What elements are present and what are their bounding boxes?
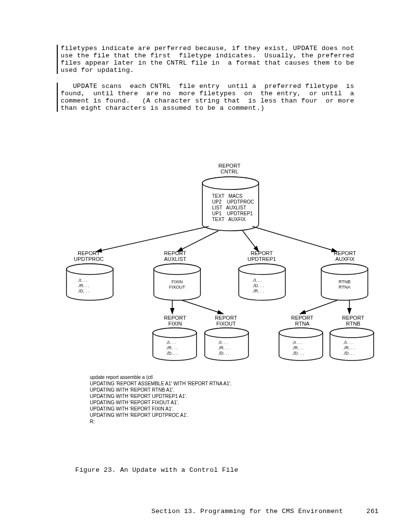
document-page: filetypes indicate are perferred because… [0,0,412,532]
svg-point-7 [66,264,113,275]
label-report-auxfix: REPORT AUXFIX [334,250,356,262]
svg-line-2 [96,226,209,252]
content-fixin: ./I. . . ./R. . . ./D. . . [166,340,178,356]
arrows-root-to-level2 [63,223,374,269]
label-report-rtnb: REPORT RTNB [342,315,364,326]
label-report-auxlist: REPORT AUXLIST [164,250,186,262]
page-number: 261 [366,508,379,515]
svg-line-5 [252,226,337,252]
cntrl-file-content: TEXT MACS UP2 UPDTPROC LIST AUXLIST UP1 … [212,193,254,223]
svg-point-21 [205,328,248,338]
content-updtproc: ./I. . . ./R. . . ./D. . . [78,278,89,294]
svg-point-13 [321,264,368,275]
svg-point-19 [153,328,197,338]
label-report-updtrep1: REPORT UPDTREP1 [247,250,276,262]
svg-line-15 [182,300,223,314]
svg-point-11 [239,264,285,275]
svg-point-25 [330,328,374,338]
svg-point-23 [279,328,323,338]
content-fixout: ./I. . . ./R. . . ./D. . . [218,340,230,356]
label-report-fixout: REPORT FIXOUT [215,315,237,326]
svg-line-3 [177,231,218,252]
content-rtnb: ./I. . . ./R. . . ./D. . . [343,340,355,356]
label-report-rtna: REPORT RTNA [291,315,313,326]
label-report-fixin: REPORT FIXIN [164,315,186,326]
svg-line-4 [243,231,259,252]
paragraph-2: UPDATE scans each CNTRL file entry until… [57,83,354,112]
label-report-updtproc: REPORT UPDTPROC [74,250,104,262]
content-auxfix: RTNB RTNA [337,279,352,290]
content-rtna: ./I. . . ./R. . . ./D. . . [292,340,304,356]
svg-point-9 [154,264,200,275]
svg-line-16 [300,300,337,314]
cylinder-updtproc [66,263,114,302]
section-footer: Section 13. Programming for the CMS Envi… [151,508,343,515]
content-auxlist: FIXIN FIXOUT [167,279,187,290]
paragraph-1: filetypes indicate are perferred because… [57,45,354,74]
content-updtrep1: ./I. . . ./D. . . ./R. . . [252,278,264,294]
figure-caption: Figure 23. An Update with a Control File [75,466,238,474]
label-report-cntrl: REPORT CNTRL [218,163,241,174]
svg-point-1 [202,177,259,189]
console-output: update report assemble a (ctl UPDATING '… [90,374,231,425]
